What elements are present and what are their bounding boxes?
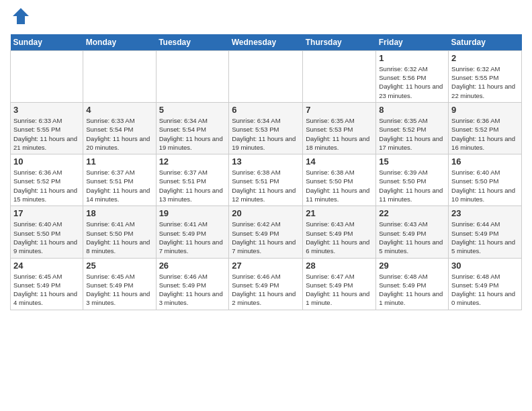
calendar-cell: 24Sunrise: 6:45 AMSunset: 5:49 PMDayligh… (11, 258, 83, 310)
week-row-2: 3Sunrise: 6:33 AMSunset: 5:55 PMDaylight… (11, 102, 522, 154)
calendar-cell: 21Sunrise: 6:43 AMSunset: 5:49 PMDayligh… (303, 206, 376, 258)
weekday-header-tuesday: Tuesday (156, 34, 229, 51)
calendar-cell: 16Sunrise: 6:40 AMSunset: 5:50 PMDayligh… (449, 154, 522, 206)
day-number: 6 (232, 105, 300, 115)
day-info: Sunrise: 6:37 AMSunset: 5:51 PMDaylight:… (159, 168, 226, 203)
day-info: Sunrise: 6:38 AMSunset: 5:50 PMDaylight:… (306, 168, 373, 203)
day-number: 27 (232, 261, 300, 271)
day-number: 15 (379, 156, 445, 167)
calendar-cell: 20Sunrise: 6:42 AMSunset: 5:49 PMDayligh… (229, 206, 303, 258)
day-info: Sunrise: 6:43 AMSunset: 5:49 PMDaylight:… (306, 220, 373, 255)
calendar-cell: 4Sunrise: 6:33 AMSunset: 5:54 PMDaylight… (83, 102, 156, 154)
day-number: 20 (232, 208, 300, 218)
day-number: 17 (13, 208, 80, 218)
week-row-4: 17Sunrise: 6:40 AMSunset: 5:50 PMDayligh… (11, 206, 522, 258)
day-number: 24 (13, 261, 80, 271)
calendar-cell (229, 50, 303, 102)
svg-marker-0 (13, 8, 29, 24)
day-number: 29 (379, 261, 445, 271)
day-info: Sunrise: 6:36 AMSunset: 5:52 PMDaylight:… (451, 116, 519, 152)
calendar-cell: 1Sunrise: 6:32 AMSunset: 5:56 PMDaylight… (376, 50, 449, 102)
calendar-cell: 18Sunrise: 6:41 AMSunset: 5:50 PMDayligh… (83, 206, 156, 258)
day-number: 26 (159, 261, 226, 271)
day-number: 19 (159, 208, 226, 218)
calendar-cell: 28Sunrise: 6:47 AMSunset: 5:49 PMDayligh… (303, 258, 376, 310)
weekday-header-monday: Monday (83, 34, 156, 51)
day-number: 12 (159, 156, 226, 167)
calendar-table: SundayMondayTuesdayWednesdayThursdayFrid… (10, 34, 522, 310)
day-info: Sunrise: 6:43 AMSunset: 5:49 PMDaylight:… (379, 220, 445, 255)
day-number: 3 (13, 105, 80, 115)
day-info: Sunrise: 6:36 AMSunset: 5:52 PMDaylight:… (13, 168, 80, 203)
calendar-cell: 10Sunrise: 6:36 AMSunset: 5:52 PMDayligh… (11, 154, 83, 206)
day-info: Sunrise: 6:34 AMSunset: 5:54 PMDaylight:… (159, 116, 226, 152)
day-number: 22 (379, 208, 445, 218)
calendar-cell: 25Sunrise: 6:45 AMSunset: 5:49 PMDayligh… (83, 258, 156, 310)
week-row-3: 10Sunrise: 6:36 AMSunset: 5:52 PMDayligh… (11, 154, 522, 206)
calendar-cell: 7Sunrise: 6:35 AMSunset: 5:53 PMDaylight… (303, 102, 376, 154)
day-number: 8 (379, 105, 445, 115)
calendar-cell: 3Sunrise: 6:33 AMSunset: 5:55 PMDaylight… (11, 102, 83, 154)
calendar-cell: 15Sunrise: 6:39 AMSunset: 5:50 PMDayligh… (376, 154, 449, 206)
day-info: Sunrise: 6:44 AMSunset: 5:49 PMDaylight:… (451, 220, 519, 255)
weekday-header-friday: Friday (376, 34, 449, 51)
calendar-cell: 9Sunrise: 6:36 AMSunset: 5:52 PMDaylight… (449, 102, 522, 154)
day-number: 9 (451, 105, 519, 115)
calendar-cell: 26Sunrise: 6:46 AMSunset: 5:49 PMDayligh… (156, 258, 229, 310)
day-number: 21 (306, 208, 373, 218)
day-number: 2 (451, 53, 519, 63)
day-number: 18 (86, 208, 152, 218)
calendar-cell: 2Sunrise: 6:32 AMSunset: 5:55 PMDaylight… (449, 50, 522, 102)
day-number: 10 (13, 156, 80, 167)
weekday-header-thursday: Thursday (303, 34, 376, 51)
day-info: Sunrise: 6:38 AMSunset: 5:51 PMDaylight:… (232, 168, 300, 203)
calendar-cell: 23Sunrise: 6:44 AMSunset: 5:49 PMDayligh… (449, 206, 522, 258)
day-info: Sunrise: 6:40 AMSunset: 5:50 PMDaylight:… (13, 220, 80, 255)
day-info: Sunrise: 6:41 AMSunset: 5:49 PMDaylight:… (159, 220, 226, 255)
day-number: 13 (232, 156, 300, 167)
day-info: Sunrise: 6:34 AMSunset: 5:53 PMDaylight:… (232, 116, 300, 152)
calendar-cell: 5Sunrise: 6:34 AMSunset: 5:54 PMDaylight… (156, 102, 229, 154)
day-info: Sunrise: 6:48 AMSunset: 5:49 PMDaylight:… (451, 272, 519, 308)
calendar-cell: 19Sunrise: 6:41 AMSunset: 5:49 PMDayligh… (156, 206, 229, 258)
day-info: Sunrise: 6:37 AMSunset: 5:51 PMDaylight:… (86, 168, 152, 203)
page-header (10, 7, 522, 29)
day-info: Sunrise: 6:47 AMSunset: 5:49 PMDaylight:… (306, 272, 373, 308)
calendar-cell: 12Sunrise: 6:37 AMSunset: 5:51 PMDayligh… (156, 154, 229, 206)
day-number: 5 (159, 105, 226, 115)
day-info: Sunrise: 6:32 AMSunset: 5:56 PMDaylight:… (379, 64, 445, 100)
weekday-header-saturday: Saturday (449, 34, 522, 51)
day-number: 23 (451, 208, 519, 218)
day-number: 25 (86, 261, 152, 271)
day-info: Sunrise: 6:33 AMSunset: 5:55 PMDaylight:… (13, 116, 80, 152)
calendar-cell (156, 50, 229, 102)
day-number: 30 (451, 261, 519, 271)
day-info: Sunrise: 6:35 AMSunset: 5:52 PMDaylight:… (379, 116, 445, 152)
weekday-header-row: SundayMondayTuesdayWednesdayThursdayFrid… (11, 34, 522, 51)
day-info: Sunrise: 6:33 AMSunset: 5:54 PMDaylight:… (86, 116, 152, 152)
calendar-cell: 17Sunrise: 6:40 AMSunset: 5:50 PMDayligh… (11, 206, 83, 258)
day-info: Sunrise: 6:41 AMSunset: 5:50 PMDaylight:… (86, 220, 152, 255)
calendar-cell: 11Sunrise: 6:37 AMSunset: 5:51 PMDayligh… (83, 154, 156, 206)
day-number: 1 (379, 53, 445, 63)
calendar-cell: 6Sunrise: 6:34 AMSunset: 5:53 PMDaylight… (229, 102, 303, 154)
calendar-cell: 14Sunrise: 6:38 AMSunset: 5:50 PMDayligh… (303, 154, 376, 206)
calendar-cell: 27Sunrise: 6:46 AMSunset: 5:49 PMDayligh… (229, 258, 303, 310)
calendar-body: 1Sunrise: 6:32 AMSunset: 5:56 PMDaylight… (11, 50, 522, 310)
day-number: 7 (306, 105, 373, 115)
day-info: Sunrise: 6:45 AMSunset: 5:49 PMDaylight:… (13, 272, 80, 308)
logo (10, 7, 30, 29)
calendar-cell (11, 50, 83, 102)
day-info: Sunrise: 6:40 AMSunset: 5:50 PMDaylight:… (451, 168, 519, 203)
day-info: Sunrise: 6:46 AMSunset: 5:49 PMDaylight:… (232, 272, 300, 308)
day-number: 4 (86, 105, 152, 115)
day-number: 11 (86, 156, 152, 167)
calendar-cell: 22Sunrise: 6:43 AMSunset: 5:49 PMDayligh… (376, 206, 449, 258)
day-info: Sunrise: 6:45 AMSunset: 5:49 PMDaylight:… (86, 272, 152, 308)
day-info: Sunrise: 6:46 AMSunset: 5:49 PMDaylight:… (159, 272, 226, 308)
day-info: Sunrise: 6:32 AMSunset: 5:55 PMDaylight:… (451, 64, 519, 100)
calendar-cell: 29Sunrise: 6:48 AMSunset: 5:49 PMDayligh… (376, 258, 449, 310)
week-row-5: 24Sunrise: 6:45 AMSunset: 5:49 PMDayligh… (11, 258, 522, 310)
page-container: SundayMondayTuesdayWednesdayThursdayFrid… (0, 0, 532, 314)
weekday-header-sunday: Sunday (11, 34, 83, 51)
